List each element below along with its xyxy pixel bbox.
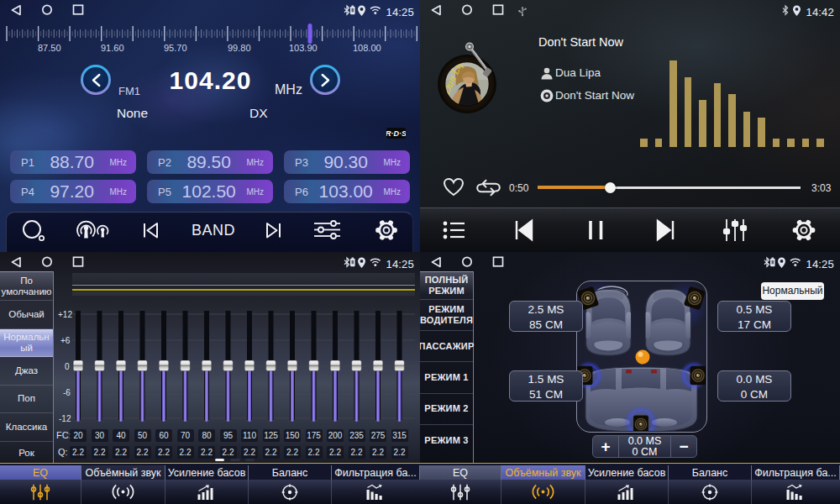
svg-text:R·D·S: R·D·S xyxy=(386,129,406,138)
